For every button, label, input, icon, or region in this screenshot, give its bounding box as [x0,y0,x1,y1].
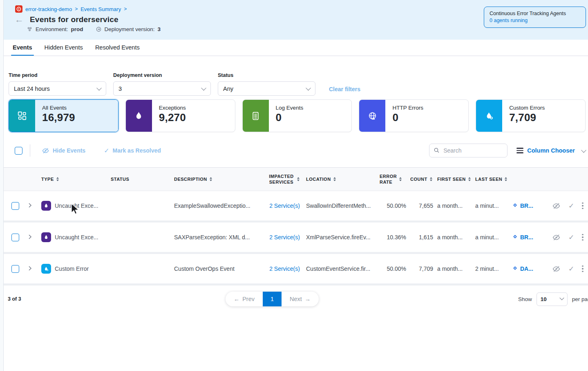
row-menu-icon[interactable] [582,234,584,241]
card-value: 16,979 [42,111,118,124]
hide-event-icon[interactable] [552,202,561,210]
row-checkbox[interactable] [11,202,19,210]
tab-events[interactable]: Events [11,44,34,56]
breadcrumb-link-project[interactable]: error-tracking-demo [25,6,72,12]
tab-bar: Events Hidden Events Resolved Events [4,40,588,56]
expand-chevron-icon[interactable] [27,202,33,209]
chevron-down-icon [96,85,102,91]
status-filter-value: Any [223,85,233,92]
search-input[interactable] [429,144,508,157]
hide-event-icon[interactable] [552,265,561,273]
row-checkbox[interactable] [11,234,19,241]
breadcrumb-link-events-summary[interactable]: Events Summary [80,6,121,12]
column-label: DESCRIPTION [174,177,207,182]
column-chooser-button[interactable]: Column Chooser [516,147,586,154]
chevron-down-icon [581,147,586,153]
event-location: CustomEventService.fir... [306,265,380,272]
next-page-button[interactable]: Next → [282,292,319,306]
environment-value: prod [71,26,83,32]
mark-resolved-label: Mark as Resolved [113,147,161,154]
impacted-services-link[interactable]: 2 Service(s) [269,234,300,241]
column-header-description[interactable]: DESCRIPTION [174,177,263,182]
breadcrumb-separator: > [75,6,78,12]
hide-events-button[interactable]: Hide Events [42,147,85,155]
clear-filters-button[interactable]: Clear filters [329,86,360,92]
column-header-location[interactable]: LOCATION [306,177,380,182]
impacted-services-link[interactable]: 2 Service(s) [269,265,300,272]
card-value: 7,709 [509,111,585,124]
row-menu-icon[interactable] [582,265,584,272]
agents-running-link[interactable]: 0 agents running [490,18,528,23]
prev-page-button[interactable]: ← Prev [226,292,263,306]
ticket-link[interactable]: BR... [520,234,533,241]
resolve-event-icon[interactable]: ✓ [568,265,574,273]
current-page-button[interactable]: 1 [263,292,282,306]
column-header-count[interactable]: COUNT [410,177,437,182]
environment-icon [27,26,33,32]
ticket-link[interactable]: DA... [520,265,533,272]
chevron-down-icon [306,85,311,91]
time-period-select[interactable]: Last 24 hours [9,81,106,96]
event-count: 1,615 [410,234,437,241]
exception-flame-icon [41,232,51,242]
deployment-version-label: Deployment version: [105,26,155,32]
status-select[interactable]: Any [218,81,315,96]
eye-slash-icon [42,147,49,155]
card-exceptions[interactable]: Exceptions 9,270 [125,99,235,132]
event-location: XmlParseService.fireEv... [306,234,380,241]
event-count: 7,655 [410,202,437,209]
column-label: LAST SEEN [475,177,502,182]
select-all-checkbox[interactable] [15,147,22,155]
tab-hidden-events[interactable]: Hidden Events [43,44,85,56]
column-header-error-rate[interactable]: ERROR RATE [380,173,410,185]
deployment-version-select[interactable]: 3 [113,81,211,96]
card-value: 9,270 [159,111,235,124]
column-header-first-seen[interactable]: FIRST SEEN [437,177,475,182]
card-http-errors[interactable]: HTTP Errors 0 [359,99,469,132]
expand-chevron-icon[interactable] [27,265,33,272]
card-label: All Events [42,105,118,111]
expand-chevron-icon[interactable] [27,234,33,240]
resolve-event-icon[interactable]: ✓ [568,233,574,242]
column-label: ERROR RATE [380,173,397,185]
last-seen: 2 minut... [475,265,512,272]
column-chooser-label: Column Chooser [527,147,575,154]
card-custom-errors[interactable]: Custom Errors 7,709 [476,99,586,132]
table-row[interactable]: Uncaught Exce... SAXParseException: XML … [4,223,588,254]
row-menu-icon[interactable] [582,202,584,209]
resolve-event-icon[interactable]: ✓ [568,202,574,210]
table-toolbar: Hide Events ✓ Mark as Resolved Column Ch… [4,132,588,167]
sort-icon [297,177,300,181]
page-size-select[interactable]: 10 [537,292,568,306]
table-row[interactable]: Uncaught Exce... ExampleSwallowedExcepti… [4,191,588,223]
hide-event-icon[interactable] [552,233,561,242]
agents-status-card[interactable]: Continuous Error Tracking Agents 0 agent… [484,7,586,28]
table-row[interactable]: Custom Error Custom OverOps Event 2 Serv… [4,254,588,286]
mark-resolved-button[interactable]: ✓ Mark as Resolved [104,147,161,155]
card-all-events[interactable]: All Events 16,979 [9,99,118,132]
column-label: COUNT [410,177,427,182]
hamburger-icon [516,148,523,153]
event-type: Uncaught Exce... [55,202,98,209]
search-icon [433,147,440,154]
chevron-down-icon [559,296,564,300]
pagination: ← Prev 1 Next → [226,292,319,306]
back-arrow-icon[interactable]: ← [15,16,24,24]
project-logo-icon [15,5,22,13]
column-header-type[interactable]: TYPE [41,177,111,182]
custom-error-icon [41,264,51,274]
sort-icon [399,177,402,181]
column-header-status[interactable]: STATUS [111,177,174,182]
tab-resolved-events[interactable]: Resolved Events [94,44,141,56]
table-header-row: TYPE STATUS DESCRIPTION IMPACTED SERVICE… [4,167,588,191]
column-header-impacted-services[interactable]: IMPACTED SERVICES [263,173,306,185]
column-label: STATUS [111,177,129,182]
ticket-link[interactable]: BR... [520,202,533,209]
page-title: Events for orderservice [30,15,118,24]
impacted-services-link[interactable]: 2 Service(s) [269,202,300,209]
collapsed-sidebar [0,0,4,371]
card-log-events[interactable]: Log Events 0 [242,99,352,132]
filter-bar: Time period Last 24 hours Deployment ver… [4,56,588,96]
row-checkbox[interactable] [11,265,19,273]
column-header-last-seen[interactable]: LAST SEEN [475,177,512,182]
